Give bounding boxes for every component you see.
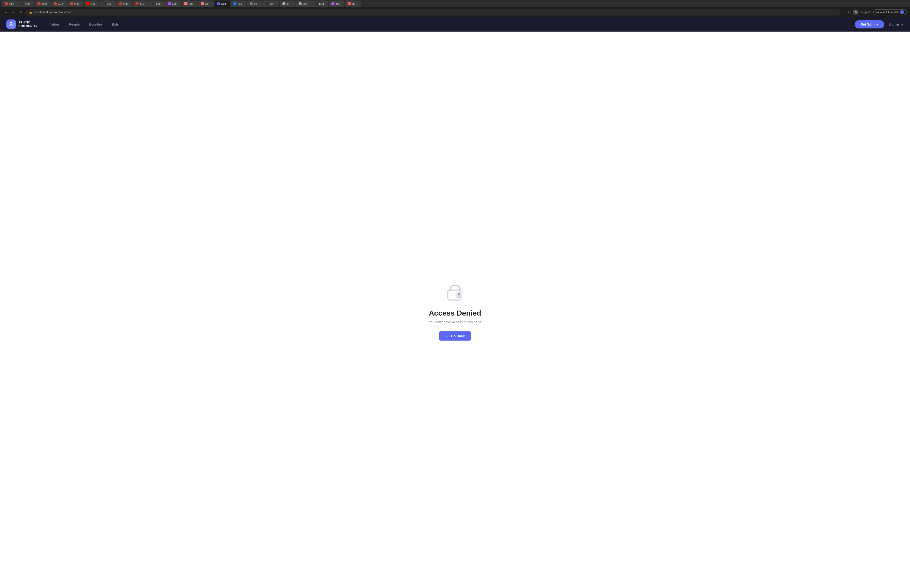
svg-point-1: [855, 11, 856, 12]
tab-item[interactable]: CEN: [51, 0, 67, 7]
navbar-left: SPHINX COMMUNITY Tribes People Bounties …: [6, 19, 119, 29]
tab-item[interactable]: Impl: [18, 0, 34, 7]
tab-item[interactable]: 3, C: [133, 0, 149, 7]
tab-item[interactable]: 5 ba: [116, 0, 132, 7]
nav-link-bots[interactable]: Bots: [112, 23, 119, 26]
access-denied-icon: [443, 279, 467, 303]
address-bar: ← → ↻ 🔒 people-test.sphinx.chat/admin ☆ …: [0, 7, 910, 17]
tab-item[interactable]: Lun: [165, 0, 181, 7]
new-tab-button[interactable]: +: [361, 2, 367, 6]
lock-icon: 🔒: [29, 11, 32, 14]
bookmark-icon[interactable]: ☆: [843, 10, 846, 14]
tab-item[interactable]: Pric: [182, 0, 197, 7]
tab-item[interactable]: Bili: [247, 0, 263, 7]
incognito-badge: Incognito: [853, 9, 871, 15]
tab-grid-icon[interactable]: □: [849, 10, 850, 14]
sign-in-arrow-icon: →: [900, 22, 904, 26]
tab-item[interactable]: Bou: [329, 0, 344, 7]
sign-in-button[interactable]: Sign in →: [888, 22, 904, 26]
incognito-icon: [853, 9, 859, 15]
sphinx-logo-icon: [6, 19, 16, 29]
logo-text: SPHINX COMMUNITY: [18, 21, 37, 28]
tab-item[interactable]: Inbo: [2, 0, 18, 7]
address-bar-right: ☆ □ Incognito Relaunch to update i: [843, 9, 907, 15]
navbar-right: Get Sphinx Sign in →: [855, 20, 904, 28]
main-content: Access Denied You don't have access to t…: [0, 32, 910, 588]
tab-item[interactable]: Clic: [100, 0, 116, 7]
logo-link[interactable]: SPHINX COMMUNITY: [6, 19, 37, 29]
tab-item[interactable]: Inbo: [35, 0, 50, 7]
nav-links: Tribes People Bounties Bots: [50, 23, 119, 26]
tab-item[interactable]: [Un: [263, 0, 279, 7]
svg-point-2: [10, 23, 12, 25]
url-bar[interactable]: 🔒 people-test.sphinx.chat/admin: [25, 9, 841, 16]
go-back-button[interactable]: ← Go Back: [439, 331, 471, 341]
back-button[interactable]: ←: [3, 10, 8, 15]
relaunch-button[interactable]: Relaunch to update i: [873, 9, 907, 15]
tab-item[interactable]: bes: [296, 0, 312, 7]
tab-item[interactable]: git: [345, 0, 361, 7]
tab-item[interactable]: Cha: [84, 0, 100, 7]
info-dot: i: [900, 10, 904, 14]
svg-point-6: [458, 293, 460, 296]
tab-item[interactable]: Ena: [312, 0, 328, 7]
tab-bar: Inbo Impl Inbo CEN Inbo Cha Clic 5 ba: [0, 0, 910, 7]
nav-link-bounties[interactable]: Bounties: [89, 23, 102, 26]
get-sphinx-button[interactable]: Get Sphinx: [855, 20, 884, 28]
access-denied-title: Access Denied: [429, 309, 481, 317]
app-navbar: SPHINX COMMUNITY Tribes People Bounties …: [0, 17, 910, 32]
browser-chrome: Inbo Impl Inbo CEN Inbo Cha Clic 5 ba: [0, 0, 910, 17]
relaunch-label: Relaunch to update: [876, 11, 899, 14]
tab-item[interactable]: Fac: [231, 0, 246, 7]
access-denied-description: You don't have access to this page: [429, 320, 481, 324]
go-back-arrow-icon: ←: [445, 334, 449, 338]
nav-link-people[interactable]: People: [69, 23, 79, 26]
tab-item[interactable]: Bou: [149, 0, 165, 7]
go-back-label: Go Back: [451, 334, 465, 338]
url-text: people-test.sphinx.chat/admin: [34, 11, 72, 14]
reload-button[interactable]: ↻: [18, 10, 23, 15]
nav-link-tribes[interactable]: Tribes: [50, 23, 60, 26]
tab-item-active[interactable]: Sph: [214, 0, 230, 7]
tab-item[interactable]: pri: [280, 0, 296, 7]
tab-item[interactable]: Lun: [198, 0, 214, 7]
tab-item[interactable]: Inbo: [68, 0, 83, 7]
forward-button[interactable]: →: [11, 10, 16, 15]
incognito-label: Incognito: [860, 11, 871, 14]
